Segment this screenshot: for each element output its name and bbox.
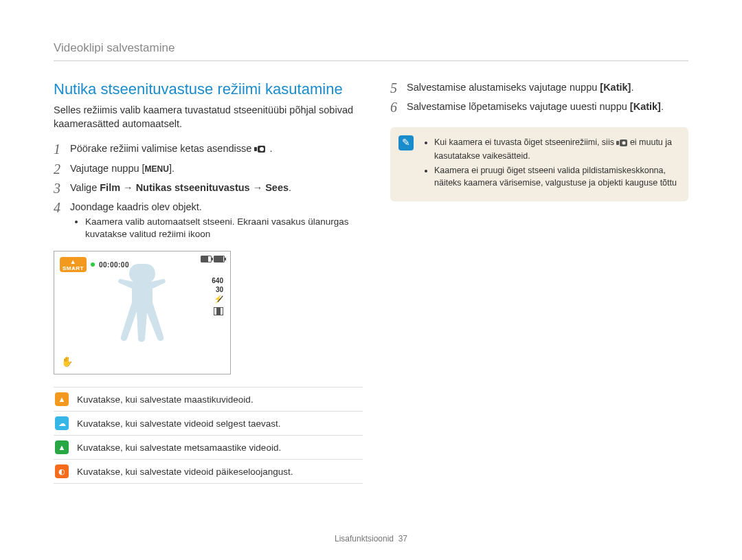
step-6-post: . [661,101,664,112]
step-2-post: ]. [169,163,175,174]
note-item: Kui kaamera ei tuvasta õiget stseenireži… [434,137,677,162]
lcd-preview: ▲ SMART 00:00:00 640 30 ⚡̸ ✋ [54,251,231,374]
step-5-bold: [Katik] [600,82,631,93]
note-item: Kaamera ei pruugi õiget stseeni valida p… [434,165,677,189]
step-3: 3 Valige Film → Nutikas stseenituvastus … [54,181,363,196]
step-number: 4 [54,200,70,244]
page-header: Videoklipi salvestamine [54,41,688,61]
step-body: Salvestamise alustamiseks vajutage nuppu… [407,80,688,96]
step-2: 2 Vajutage nuppu [MENU]. [54,161,363,177]
step-4-sublist: Kaamera valib automaatselt stseeni. Ekra… [70,216,363,240]
record-indicator-icon [91,262,95,267]
table-row: ☁ Kuvatakse, kui salvestate videoid selg… [54,412,363,436]
step-6-bold: [Katik] [630,101,661,112]
table-row: ▲ Kuvatakse, kui salvestate maastikuvide… [54,388,363,412]
forest-scene-icon: ▲ [55,440,69,454]
flash-off-icon: ⚡̸ [212,294,223,304]
footer-label: Lisafunktsioonid [335,534,394,544]
step-number: 6 [390,100,407,115]
step-number: 5 [390,80,407,96]
lcd-right-info: 640 30 ⚡̸ [212,276,223,316]
table-row: ◐ Kuvatakse, kui salvestate videoid päik… [54,460,363,484]
menu-label: MENU [145,164,169,174]
icon-desc: Kuvatakse, kui salvestate maastikuvideoi… [77,394,254,405]
mountain-icon: ▲ [63,259,84,265]
note-icon: ✎ [398,135,414,150]
icon-desc: Kuvatakse, kui salvestate metsamaastike … [77,443,281,453]
svg-point-2 [260,147,264,151]
image-stabilizer-icon: ✋ [61,356,73,367]
icon-desc: Kuvatakse, kui salvestate videoid selges… [77,418,280,429]
step-4-bullet: Kaamera valib automaatselt stseeni. Ekra… [85,216,363,240]
step-body: Vajutage nuppu [MENU]. [70,161,363,177]
right-column: 5 Salvestamise alustamiseks vajutage nup… [390,80,688,484]
icon-desc: Kuvatakse, kui salvestate videoid päikes… [77,467,293,477]
smart-mode-badge: ▲ SMART [60,257,87,272]
footer-page-number: 37 [398,534,407,544]
step-5-post: . [631,82,633,93]
step-3-bold: Film → Nutikas stseenituvastus → Sees [100,182,289,193]
content-columns: Nutika stseenituvastuse režiimi kasutami… [54,80,688,484]
lcd-resolution: 640 [212,276,223,285]
lcd-fps: 30 [212,285,223,294]
page-footer: Lisafunktsioonid 37 [0,534,742,544]
svg-rect-3 [616,141,619,145]
step-6-pre: Salvestamise lõpetamiseks vajutage uuest… [407,101,630,112]
memory-icon [201,256,212,262]
step-1: 1 Pöörake režiimi valimise ketas asendis… [54,142,363,157]
step-number: 1 [54,142,70,157]
step-body: Valige Film → Nutikas stseenituvastus → … [70,181,363,196]
sunset-scene-icon: ◐ [55,464,69,478]
scene-icon-table: ▲ Kuvatakse, kui salvestate maastikuvide… [54,387,363,484]
step-body: Joondage kaadris olev objekt. Kaamera va… [70,200,363,244]
note-box: ✎ Kui kaamera ei tuvasta õiget stseenire… [390,127,688,201]
subject-silhouette-icon [108,258,183,368]
section-title: Nutika stseenituvastuse režiimi kasutami… [54,80,363,98]
step-2-pre: Vajutage nuppu [ [70,163,145,174]
smart-label: SMART [63,265,84,271]
step-1-tail: . [269,143,272,154]
landscape-scene-icon: ▲ [55,392,69,406]
step-1-text: Pöörake režiimi valimise ketas asendisse [70,143,254,154]
step-3-pre: Valige [70,182,100,193]
mode-dial-icon [254,143,267,157]
intro-text: Selles režiimis valib kaamera tuvastatud… [54,104,363,131]
table-row: ▲ Kuvatakse, kui salvestate metsamaastik… [54,436,363,460]
svg-rect-0 [254,147,257,151]
note-list: Kui kaamera ei tuvasta õiget stseenireži… [423,137,677,189]
step-body: Salvestamise lõpetamiseks vajutage uuest… [407,100,688,115]
step-4-text: Joondage kaadris olev objekt. [70,201,202,212]
battery-icon [214,256,225,262]
step-5: 5 Salvestamise alustamiseks vajutage nup… [390,80,688,96]
scene-mode-icon [616,138,627,150]
lcd-top-right [201,256,225,262]
step-5-pre: Salvestamise alustamiseks vajutage nuppu [407,82,600,93]
step-number: 2 [54,161,70,177]
svg-point-5 [622,142,626,145]
step-number: 3 [54,181,70,196]
sky-scene-icon: ☁ [55,416,69,430]
metering-icon [214,307,223,315]
left-column: Nutika stseenituvastuse režiimi kasutami… [54,80,363,484]
note-item-1-a: Kui kaamera ei tuvasta õiget stseenireži… [434,137,616,147]
step-3-post: . [289,182,291,193]
manual-page: Videoklipi salvestamine Nutika stseenitu… [0,0,742,560]
step-4: 4 Joondage kaadris olev objekt. Kaamera … [54,200,363,244]
step-body: Pöörake režiimi valimise ketas asendisse… [70,142,363,157]
step-6: 6 Salvestamise lõpetamiseks vajutage uue… [390,100,688,115]
